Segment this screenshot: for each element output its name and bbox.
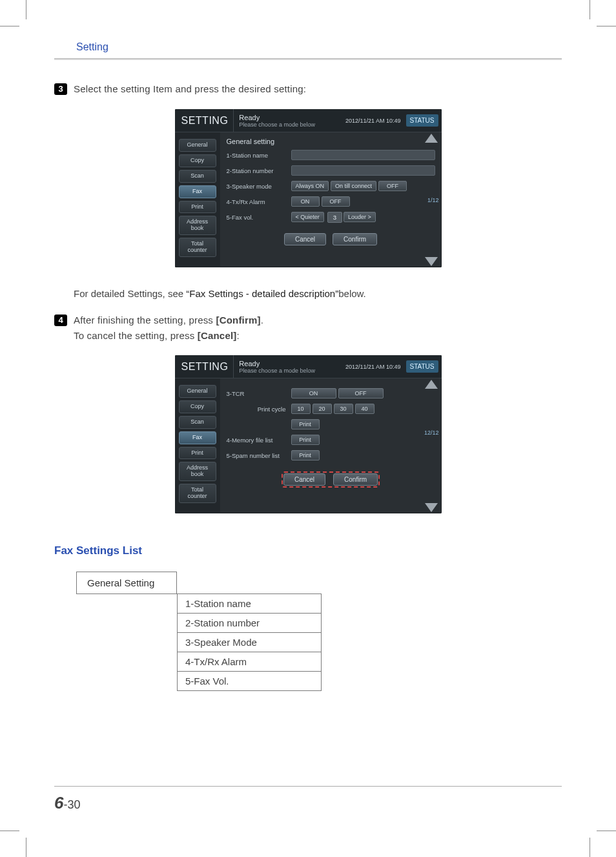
step4-confirm-ref: [Confirm]: [216, 315, 260, 325]
station-number-input[interactable]: [291, 165, 435, 176]
sidebar-item-print-2[interactable]: Print: [179, 447, 216, 460]
page-number: 6-30: [54, 793, 562, 813]
fax-vol-value: 3: [327, 212, 342, 223]
page-no: 30: [67, 798, 80, 811]
speaker-on-till-connect-button[interactable]: On till connect: [331, 181, 376, 191]
step4-text-a: After finishing the setting, press: [74, 315, 216, 325]
section-title: Setting: [54, 26, 562, 58]
device-main-panel: 1/12 General setting 1-Station name 2-St…: [220, 132, 442, 267]
step-4-line2: To cancel the setting, press [Cancel]:: [74, 330, 562, 341]
tree-header-general-setting: General Setting: [76, 572, 177, 594]
step4-cancel-ref: [Cancel]: [198, 330, 237, 341]
device-sidebar: General Copy Scan Fax Print Address book…: [175, 132, 220, 267]
tcr-off-button[interactable]: OFF: [338, 388, 384, 398]
print-cycle-40[interactable]: 40: [355, 404, 375, 414]
step-4: 4 After finishing the setting, press [Co…: [54, 315, 562, 326]
row-spam-number-list: 5-Spam number list: [227, 452, 291, 459]
subtitle-label-2: Please choose a mode below: [239, 367, 340, 374]
step-3-text: Select the setting Item and press the de…: [74, 83, 306, 94]
cancel-button-2[interactable]: Cancel: [283, 473, 325, 486]
device-screenshot-2: SETTING Ready Please choose a mode below…: [175, 355, 442, 513]
page-indicator: 1/12: [427, 197, 439, 203]
crop-mark: [26, 838, 26, 857]
print-cycle-10[interactable]: 10: [291, 404, 311, 414]
tree-item-station-number: 2-Station number: [178, 614, 321, 633]
device-header: SETTING Ready Please choose a mode below…: [175, 109, 442, 132]
confirm-button-2[interactable]: Confirm: [333, 473, 378, 486]
status-button-2[interactable]: STATUS: [406, 360, 438, 373]
page-indicator-2: 12/12: [424, 429, 439, 436]
sidebar-item-general[interactable]: General: [179, 139, 216, 152]
step-badge-3: 3: [54, 83, 67, 95]
crop-mark: [590, 0, 590, 19]
note-suffix: below.: [338, 288, 366, 299]
crop-mark: [0, 831, 19, 831]
note-prefix: For detailed Settings, see: [74, 288, 186, 299]
sidebar-item-copy-2[interactable]: Copy: [179, 400, 216, 413]
station-name-input[interactable]: [291, 150, 435, 160]
step-3: 3 Select the setting Item and press the …: [54, 83, 562, 95]
crop-mark: [26, 0, 26, 19]
sidebar-item-copy[interactable]: Copy: [179, 154, 216, 167]
note-link: “Fax Settings - detailed description”: [186, 288, 338, 299]
crop-mark: [597, 26, 616, 26]
sidebar-item-total-counter[interactable]: Total counter: [179, 238, 216, 257]
ready-label-2: Ready: [239, 360, 340, 367]
tree-item-station-name: 1-Station name: [178, 594, 321, 614]
detail-note: For detailed Settings, see “Fax Settings…: [74, 288, 562, 299]
sidebar-item-fax-2[interactable]: Fax: [179, 431, 216, 444]
scroll-up-icon-2[interactable]: [425, 380, 438, 389]
horizontal-rule: [54, 58, 562, 60]
speaker-off-button[interactable]: OFF: [378, 181, 407, 191]
print-cycle-label: Print cycle: [227, 406, 291, 413]
fax-settings-list-heading: Fax Settings List: [54, 544, 562, 557]
tree-item-txrx-alarm: 4-Tx/Rx Alarm: [178, 652, 321, 672]
sidebar-item-general-2[interactable]: General: [179, 385, 216, 398]
sidebar-item-fax[interactable]: Fax: [179, 185, 216, 198]
highlight-cancel-confirm: Cancel Confirm: [282, 471, 380, 488]
row-fax-vol: 5-Fax vol.: [227, 214, 291, 221]
status-button[interactable]: STATUS: [406, 114, 438, 127]
row-station-name: 1-Station name: [227, 152, 291, 159]
sidebar-item-scan-2[interactable]: Scan: [179, 416, 216, 429]
sidebar-item-scan[interactable]: Scan: [179, 170, 216, 183]
speaker-always-on-button[interactable]: Always ON: [291, 181, 329, 191]
tree-item-fax-vol: 5-Fax Vol.: [178, 672, 321, 690]
alarm-on-button[interactable]: ON: [291, 196, 320, 207]
scroll-down-icon[interactable]: [425, 257, 438, 266]
sidebar-item-total-counter-2[interactable]: Total counter: [179, 484, 216, 503]
spam-number-print-button[interactable]: Print: [291, 450, 320, 460]
sidebar-item-address-book[interactable]: Address book: [179, 216, 216, 235]
device-header-2: SETTING Ready Please choose a mode below…: [175, 355, 442, 378]
chapter-number: 6: [54, 793, 63, 812]
datetime-label: 2012/11/21 AM 10:49: [345, 118, 405, 124]
alarm-off-button[interactable]: OFF: [322, 196, 350, 207]
row-station-number: 2-Station number: [227, 167, 291, 174]
scroll-up-icon[interactable]: [425, 134, 438, 143]
sidebar-item-print[interactable]: Print: [179, 201, 216, 214]
louder-button[interactable]: Louder >: [344, 212, 376, 222]
scroll-down-icon-2[interactable]: [425, 503, 438, 512]
subtitle-label: Please choose a mode below: [239, 121, 340, 128]
sidebar-item-address-book-2[interactable]: Address book: [179, 462, 216, 481]
memory-file-print-button[interactable]: Print: [291, 435, 320, 445]
device-screenshot-1: SETTING Ready Please choose a mode below…: [175, 109, 442, 267]
cancel-button[interactable]: Cancel: [284, 233, 326, 245]
confirm-button[interactable]: Confirm: [333, 233, 377, 245]
step-badge-4: 4: [54, 315, 67, 326]
page-footer: 6-30: [54, 786, 562, 813]
device-title: SETTING: [175, 109, 234, 132]
print-cycle-30[interactable]: 30: [334, 404, 353, 414]
step4-text2-a: To cancel the setting, press: [74, 330, 198, 341]
row-memory-file-list: 4-Memory file list: [227, 437, 291, 444]
quieter-button[interactable]: < Quieter: [291, 212, 324, 222]
tcr-on-button[interactable]: ON: [291, 388, 336, 398]
step4-text-c: .: [261, 315, 263, 325]
datetime-label-2: 2012/11/21 AM 10:49: [345, 364, 405, 370]
crop-mark: [0, 26, 19, 26]
crop-mark: [597, 831, 616, 831]
step4-text2-c: :: [237, 330, 240, 341]
print-cycle-20[interactable]: 20: [313, 404, 332, 414]
print-cycle-print-button[interactable]: Print: [291, 419, 320, 429]
tree-item-speaker-mode: 3-Speaker Mode: [178, 633, 321, 652]
